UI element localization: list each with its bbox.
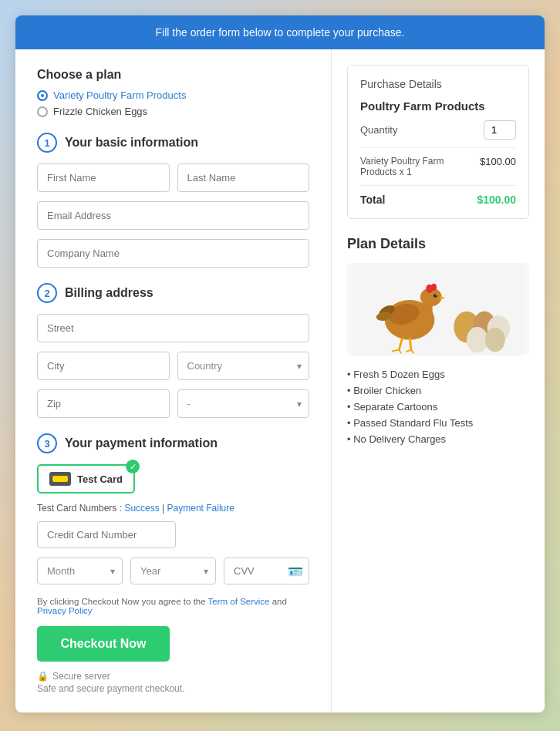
safe-line: Safe and secure payment checkout. (37, 683, 309, 694)
main-content: Choose a plan Variety Poultry Farm Produ… (15, 49, 545, 712)
secure-line: 🔒 Secure server (37, 671, 309, 682)
step2-label: Billing address (65, 286, 153, 300)
lock-icon: 🔒 (37, 671, 49, 682)
card-checkmark: ✓ (126, 460, 140, 473)
name-row (37, 163, 309, 192)
year-select[interactable]: Year 20242025202620272028 (130, 558, 216, 584)
feature-item: Broiler Chicken (347, 382, 529, 399)
plan-option-frizzle[interactable]: Frizzle Chicken Eggs (37, 106, 309, 117)
email-row (37, 201, 309, 230)
page-wrapper: Fill the order form below to complete yo… (15, 15, 545, 712)
street-row (37, 314, 309, 342)
company-row (37, 239, 309, 268)
purchase-box: Purchase Details Poultry Farm Products Q… (347, 65, 529, 219)
email-input[interactable] (37, 201, 309, 230)
step1-header: 1 Your basic information (37, 133, 309, 153)
step1-label: Your basic information (65, 136, 198, 150)
plan-label-variety: Variety Poultry Farm Products (53, 89, 186, 101)
test-card-text: Test Card Numbers : (37, 503, 124, 514)
test-card-line: Test Card Numbers : Success | Payment Fa… (37, 503, 309, 514)
product-name: Poultry Farm Products (360, 99, 516, 113)
month-wrapper: Month 01020304 05060708 09101112 (37, 558, 123, 584)
plan-option-variety[interactable]: Variety Poultry Farm Products (37, 89, 309, 101)
zip-state-row: - (37, 389, 309, 418)
cvv-card-icon: 🪪 (288, 564, 303, 578)
month-select[interactable]: Month 01020304 05060708 09101112 (37, 558, 123, 584)
company-input[interactable] (37, 239, 309, 268)
price-desc: Variety Poultry Farm Products x 1 (360, 156, 480, 177)
city-country-row: Country (37, 352, 309, 380)
svg-point-6 (431, 284, 437, 291)
street-input[interactable] (37, 314, 309, 342)
country-field: Country (177, 352, 310, 380)
qty-input[interactable] (484, 120, 516, 140)
step1-number: 1 (37, 133, 57, 153)
last-name-input[interactable] (177, 163, 310, 192)
choose-plan-title: Choose a plan (37, 68, 309, 82)
left-panel: Choose a plan Variety Poultry Farm Produ… (15, 49, 332, 712)
zip-field (37, 389, 170, 418)
feature-item: Separate Cartoons (347, 399, 529, 415)
total-row: Total $100.00 (360, 185, 516, 206)
last-name-field (177, 163, 310, 192)
state-select[interactable]: - (177, 389, 310, 418)
plan-details-title: Plan Details (347, 236, 529, 252)
qty-label: Quantity (360, 124, 397, 136)
email-field (37, 201, 309, 230)
terms-line: By clicking Checkout Now you agree to th… (37, 597, 309, 615)
right-panel: Purchase Details Poultry Farm Products Q… (332, 49, 545, 712)
secure-text: Secure server (52, 671, 110, 682)
card-option[interactable]: Test Card ✓ (37, 464, 135, 494)
top-banner: Fill the order form below to complete yo… (15, 15, 545, 49)
first-name-field (37, 163, 170, 192)
expiry-row: Month 01020304 05060708 09101112 Year 20… (37, 558, 309, 584)
plan-label-frizzle: Frizzle Chicken Eggs (53, 106, 147, 117)
chicken-image (347, 263, 529, 355)
checkout-button[interactable]: Checkout Now (37, 626, 170, 662)
street-field (37, 314, 309, 342)
step3-header: 3 Your payment information (37, 433, 309, 453)
step2-number: 2 (37, 283, 57, 303)
svg-point-22 (485, 328, 505, 352)
card-icon (49, 472, 71, 486)
terms-text: By clicking Checkout Now you agree to th… (37, 597, 208, 606)
chicken-svg (347, 263, 529, 355)
company-field (37, 239, 309, 268)
plan-features: Fresh 5 Dozen Eggs Broiler Chicken Separ… (347, 366, 529, 447)
card-option-label: Test Card (77, 473, 123, 485)
step3-number: 3 (37, 433, 57, 453)
svg-point-8 (435, 295, 436, 295)
feature-item: Passed Standard Flu Tests (347, 415, 529, 431)
terms-link[interactable]: Term of Service (208, 597, 270, 606)
qty-row: Quantity (360, 120, 516, 140)
purchase-box-title: Purchase Details (360, 78, 516, 90)
and-text: and (270, 597, 287, 606)
radio-frizzle[interactable] (37, 106, 48, 117)
total-label: Total (360, 194, 385, 206)
price-amount: $100.00 (480, 156, 516, 167)
svg-line-11 (410, 338, 411, 350)
privacy-link[interactable]: Privacy Policy (37, 606, 93, 615)
success-link[interactable]: Success (124, 503, 159, 514)
feature-item: Fresh 5 Dozen Eggs (347, 366, 529, 382)
svg-point-7 (433, 294, 437, 298)
zip-input[interactable] (37, 389, 170, 418)
city-field (37, 352, 170, 380)
banner-text: Fill the order form below to complete yo… (156, 26, 405, 39)
year-wrapper: Year 20242025202620272028 (130, 558, 216, 584)
step2-header: 2 Billing address (37, 283, 309, 303)
cvv-wrapper: 🪪 (224, 558, 309, 584)
svg-point-21 (467, 327, 488, 352)
city-input[interactable] (37, 352, 170, 380)
cc-number-input[interactable] (37, 521, 176, 548)
state-field: - (177, 389, 310, 418)
radio-variety[interactable] (37, 90, 48, 101)
step3-label: Your payment information (65, 436, 218, 450)
total-amount: $100.00 (477, 194, 516, 206)
price-row: Variety Poultry Farm Products x 1 $100.0… (360, 147, 516, 177)
first-name-input[interactable] (37, 163, 170, 192)
feature-item: No Delivery Charges (347, 431, 529, 447)
failure-link[interactable]: Payment Failure (167, 503, 234, 514)
country-select[interactable]: Country (177, 352, 310, 380)
